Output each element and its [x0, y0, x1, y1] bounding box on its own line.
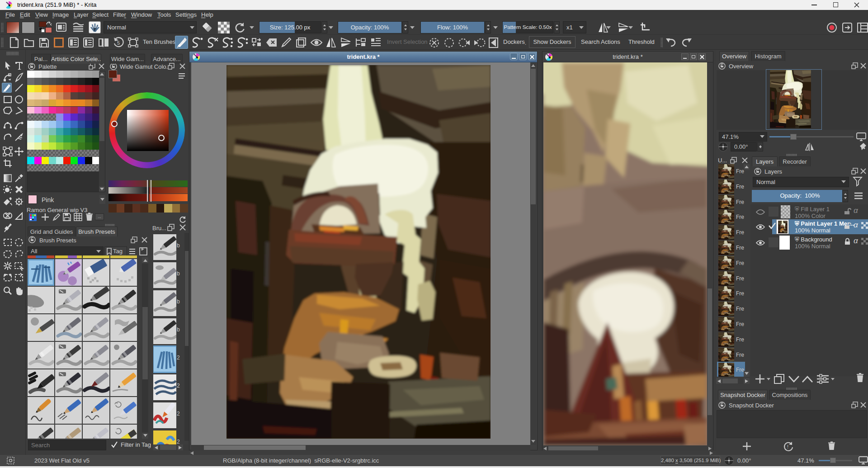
svg-text:5: 5 [117, 40, 120, 46]
svg-text:!: ! [787, 444, 788, 449]
